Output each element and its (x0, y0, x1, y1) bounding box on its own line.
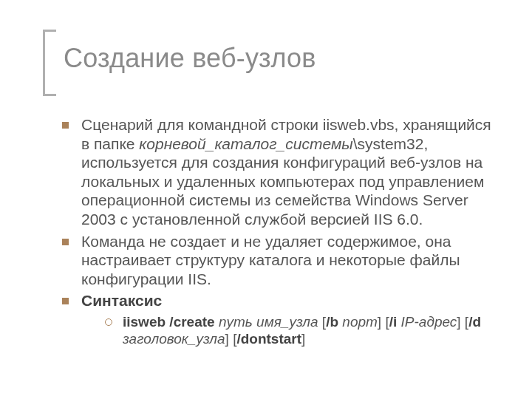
italic-text: путь имя_узла (219, 314, 318, 330)
list-item: Сценарий для командной строки iisweb.vbs… (56, 115, 497, 229)
text-run: ] [ (225, 331, 237, 347)
sub-bullet-list: iisweb /create путь имя_узла [/b порт] [… (100, 313, 497, 347)
italic-text: IP-адрес (401, 314, 457, 330)
text-run: ] [ (457, 314, 468, 330)
text-run: Команда не создает и не удаляет содержим… (81, 233, 460, 287)
list-item-text: Сценарий для командной строки iisweb.vbs… (81, 116, 491, 228)
bold-text: Синтаксис (81, 292, 162, 309)
bold-text: /dontstart (236, 331, 301, 347)
list-item-text: Синтаксис (81, 292, 162, 309)
list-item-text: Команда не создает и не удаляет содержим… (81, 233, 460, 287)
text-run: ] [ (378, 314, 389, 330)
page-title: Создание веб-узлов (64, 43, 316, 74)
bold-text: /b (326, 314, 338, 330)
text-run: [ (318, 314, 327, 330)
italic-text: порт (342, 314, 378, 330)
bullet-list: Сценарий для командной строки iisweb.vbs… (56, 115, 497, 347)
bold-text: /i (389, 314, 398, 330)
title-bracket-decoration (43, 30, 56, 96)
list-item: Команда не создает и не удаляет содержим… (56, 232, 497, 289)
italic-text: заголовок_узла (123, 331, 225, 347)
text-run: ] (301, 331, 305, 347)
list-item: iisweb /create путь имя_узла [/b порт] [… (100, 313, 497, 347)
italic-text: корневой_каталог_системы (139, 135, 352, 152)
bold-text: /d (468, 314, 481, 330)
bold-text: iisweb /create (123, 314, 219, 330)
content-area: Сценарий для командной строки iisweb.vbs… (56, 115, 497, 350)
list-item: Синтаксис iisweb /create путь имя_узла [… (56, 291, 497, 347)
